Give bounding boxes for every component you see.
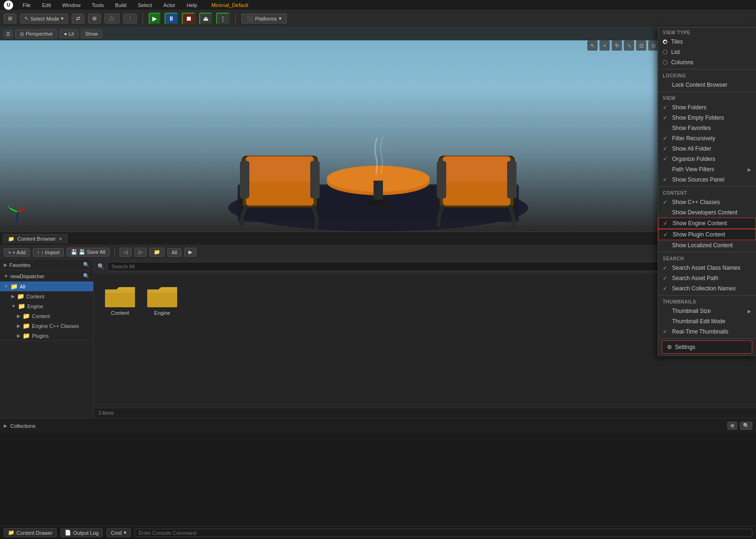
view-filter-recursively[interactable]: ✓ Filter Recursively [658,133,756,144]
content-show-cpp[interactable]: ✓ Show C++ Classes [658,197,756,207]
svg-rect-10 [437,161,446,198]
menu-edit[interactable]: Edit [40,1,53,9]
view-type-tiles[interactable]: Tiles [658,37,756,47]
menu-help[interactable]: Help [185,1,199,9]
tree-expand-cpp-icon: ▶ [17,323,21,328]
view-show-all-folder[interactable]: ✓ Show All Folder [658,144,756,154]
view-type-list[interactable]: List [658,47,756,57]
search-asset-class-names[interactable]: ✓ Search Asset Class Names [658,263,756,273]
breadcrumb-all-button[interactable]: All [167,248,181,257]
organize-folders-check: ✓ [663,156,669,162]
snap-button[interactable]: ⊞ [88,14,101,23]
viewport-menu-button[interactable]: ☰ [4,30,13,38]
menu-build[interactable]: Build [113,1,128,9]
view-organize-folders[interactable]: ✓ Organize Folders [658,154,756,164]
select-mode-button[interactable]: ↖ Select Mode ▾ [20,14,68,23]
add-button[interactable]: + + Add [4,248,30,257]
view-show-empty-folders[interactable]: ✓ Show Empty Folders [658,113,756,123]
menu-window[interactable]: Window [60,1,82,9]
content-show-plugin[interactable]: ✓ Show Plugin Content [658,229,756,240]
tree-item-content[interactable]: ▶ 📁 Content [0,291,93,301]
content-show-engine[interactable]: ✓ Show Engine Content [658,218,756,229]
cmd-button[interactable]: Cmd ▾ [106,528,130,537]
menu-file[interactable]: File [21,1,33,9]
history-forward-button[interactable]: ▷ [135,248,147,257]
menu-select[interactable]: Select [136,1,154,9]
breadcrumb-more-button[interactable]: ▶ [184,248,196,257]
new-dispatcher-header[interactable]: ▼ newDispatcher 🔍 [0,271,93,281]
tree-item-plugins[interactable]: ▶ 📁 Plugins [0,331,93,341]
import-button[interactable]: ↑ ↑ Import [33,248,64,257]
content-browser-panel: 📁 Content Browser ✕ + + Add ↑ ↑ Import 💾… [0,231,756,433]
content-browser-tab[interactable]: 📁 Content Browser ✕ [3,234,67,243]
play-button[interactable]: ▶ [149,13,161,24]
select-tool-icon[interactable]: ↖ [587,40,598,51]
more-button[interactable]: ⋮ [123,14,137,23]
settings-button[interactable]: ⚙ Settings [662,341,752,354]
move-tool-icon[interactable]: + [599,40,610,51]
output-log-button[interactable]: 📄 Output Log [60,528,103,537]
favorites-section: ▶ Favorites 🔍 [0,259,93,271]
camera-icon[interactable]: ⊙ [648,40,659,51]
cmd-chevron-icon: ▾ [124,530,127,536]
collections-expand-icon[interactable]: ▶ [4,423,7,428]
history-back-button[interactable]: ◁ [120,248,132,257]
pause-button[interactable]: ⏸ [165,13,178,24]
tree-item-engine[interactable]: ▼ 📁 Engine [0,301,93,311]
view-show-favorites[interactable]: Show Favorites [658,123,756,133]
options-button[interactable]: ⋮ [216,13,230,24]
view-show-folders[interactable]: ✓ Show Folders [658,102,756,113]
maximize-icon[interactable]: ⊡ [636,40,646,51]
transform-button[interactable]: ⇄ [72,14,84,23]
content-show-developers[interactable]: Show Developers Content [658,207,756,218]
svg-rect-24 [105,290,135,307]
folder-item-content[interactable]: Content [101,281,139,319]
search-asset-path[interactable]: ✓ Search Asset Path [658,273,756,283]
perspective-button[interactable]: ◎ Perspective [15,30,57,38]
dispatcher-search-icon[interactable]: 🔍 [83,273,90,279]
scale-tool-icon[interactable]: ⤡ [624,40,634,51]
view-section-label: VIEW [658,93,756,102]
tab-close-button[interactable]: ✕ [59,236,62,242]
camera-button[interactable]: 🎥 [105,14,120,23]
thumbnail-edit-mode[interactable]: Thumbnail Edit Mode [658,316,756,326]
show-button[interactable]: Show [81,30,103,38]
content-show-localized[interactable]: Show Localized Content [658,240,756,251]
viewport-scene[interactable]: X Y Z [0,27,756,231]
tree-item-cpp-classes[interactable]: ▶ 📁 Engine C++ Classes [0,321,93,331]
menu-actor[interactable]: Actor [162,1,178,9]
favorites-header[interactable]: ▶ Favorites 🔍 [0,259,93,270]
tree-item-engine-content[interactable]: ▶ 📁 Content [0,311,93,321]
view-show-sources-panel[interactable]: ✓ Show Sources Panel [658,175,756,185]
add-collection-button[interactable]: ⊕ [727,422,737,430]
search-collection-names[interactable]: ✓ Search Collection Names [658,283,756,294]
content-browser-tab-bar: 📁 Content Browser ✕ [0,232,756,245]
view-type-columns[interactable]: Columns [658,57,756,68]
layout-button[interactable]: ⊞ [4,14,16,23]
show-empty-folders-check: ✓ [663,114,669,121]
lock-content-browser-item[interactable]: Lock Content Browser [658,80,756,90]
save-all-button[interactable]: 💾 💾 Save All [67,248,110,257]
stop-button[interactable]: ⏹ [182,13,195,24]
favorites-search-icon[interactable]: 🔍 [83,262,90,268]
thumbnail-size[interactable]: Thumbnail Size ▶ [658,306,756,316]
platforms-button[interactable]: ⬛ Platforms ▾ [241,14,286,23]
svg-rect-9 [443,156,510,182]
folder-up-button[interactable]: 📁 [150,248,165,257]
chevron-down-icon-dispatcher: ▼ [4,273,8,279]
search-collection-button[interactable]: 🔍 [740,422,752,430]
filter-recursively-check: ✓ [663,135,669,142]
real-time-thumbnails[interactable]: ✓ Real-Time Thumbnails [658,326,756,337]
view-path-view-filters[interactable]: Path View Filters ▶ [658,164,756,175]
content-area: 🔍 ⊡ ≡▾ Content [94,259,756,418]
eject-button[interactable]: ⏏ [199,13,212,24]
rotate-tool-icon[interactable]: ↻ [612,40,622,51]
folder-item-engine[interactable]: Engine [143,281,181,319]
content-drawer-button[interactable]: 📁 Content Drawer [4,528,57,537]
console-input[interactable] [135,529,752,537]
search-input[interactable] [107,262,724,271]
tree-item-all[interactable]: ▼ 📁 All [0,281,93,291]
menu-tools[interactable]: Tools [90,1,106,9]
folder-tiles-area: Content Engine [94,273,756,408]
lit-button[interactable]: ● Lit [60,30,78,38]
